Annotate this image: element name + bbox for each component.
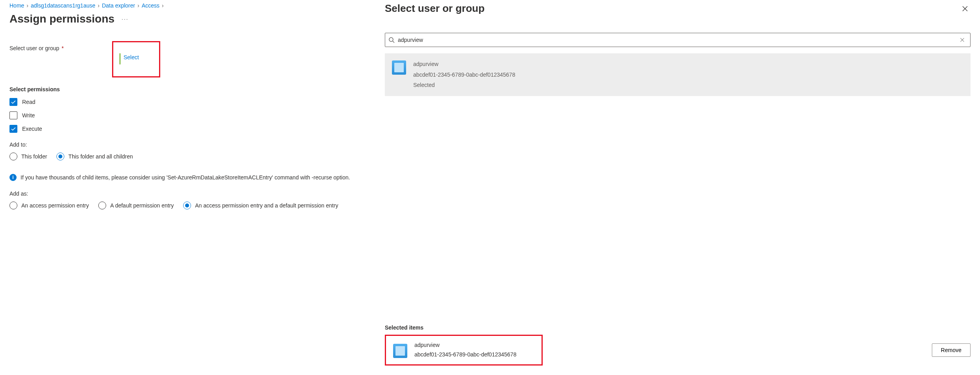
result-status: Selected [413,80,515,90]
breadcrumb: Home › adlsg1datascans1rg1ause › Data ex… [9,2,365,9]
add-as-both-radio[interactable]: An access permission entry and a default… [183,202,338,209]
select-user-label: Select user or group * [9,41,112,51]
select-permissions-heading: Select permissions [9,86,365,92]
selected-name: adpurview [414,341,516,350]
search-icon [388,37,395,43]
validation-bar-icon [120,53,120,64]
breadcrumb-data-explorer[interactable]: Data explorer [102,2,135,9]
add-as-default-label: A default permission entry [110,202,174,209]
selected-items-heading: Selected items [385,324,971,331]
search-input[interactable] [395,37,958,43]
result-name: adpurview [413,59,515,70]
close-icon [962,6,968,12]
breadcrumb-home[interactable]: Home [9,2,24,9]
selected-id: abcdef01-2345-6789-0abc-def012345678 [414,350,516,360]
panel-title: Select user or group [385,2,485,15]
required-indicator: * [60,45,64,51]
read-label: Read [22,99,35,105]
result-id: abcdef01-2345-6789-0abc-def012345678 [413,70,515,80]
svg-point-0 [389,38,393,41]
write-label: Write [22,112,35,119]
write-checkbox[interactable] [9,111,17,119]
add-as-label: Add as: [9,190,365,197]
add-to-this-folder-radio[interactable]: This folder [9,153,47,160]
add-as-access-radio[interactable]: An access permission entry [9,202,89,209]
close-icon [960,38,965,42]
execute-checkbox[interactable] [9,125,17,133]
chevron-right-icon: › [162,2,164,9]
execute-label: Execute [22,126,42,132]
chevron-right-icon: › [98,2,100,9]
assign-permissions-pane: Home › adlsg1datascans1rg1ause › Data ex… [0,0,375,375]
check-icon [11,126,16,132]
select-user-highlight: Select [112,41,160,77]
add-to-children-label: This folder and all children [68,153,133,160]
selected-item-card: adpurview abcdef01-2345-6789-0abc-def012… [385,335,543,366]
info-text: If you have thousands of child items, pl… [21,174,350,181]
clear-search-button[interactable] [958,35,967,45]
info-icon: i [9,174,17,181]
chevron-right-icon: › [26,2,28,9]
breadcrumb-access[interactable]: Access [142,2,159,9]
add-as-access-label: An access permission entry [21,202,89,209]
add-to-children-radio[interactable]: This folder and all children [56,153,133,160]
breadcrumb-resource[interactable]: adlsg1datascans1rg1ause [31,2,95,9]
app-icon [393,344,407,358]
add-as-default-radio[interactable]: A default permission entry [98,202,174,209]
add-to-this-folder-label: This folder [21,153,47,160]
search-field[interactable] [385,33,971,47]
select-user-panel: Select user or group adpurview abcdef01-… [375,0,980,375]
remove-button[interactable]: Remove [932,343,971,357]
chevron-right-icon: › [137,2,139,9]
close-panel-button[interactable] [959,3,971,14]
read-checkbox[interactable] [9,98,17,106]
add-as-both-label: An access permission entry and a default… [195,202,338,209]
select-user-link[interactable]: Select [124,54,139,60]
check-icon [11,99,16,105]
page-title: Assign permissions [9,13,114,25]
add-to-label: Add to: [9,141,365,148]
more-actions-button[interactable]: ··· [122,16,129,22]
app-icon [392,60,406,75]
search-result-item[interactable]: adpurview abcdef01-2345-6789-0abc-def012… [385,53,971,96]
